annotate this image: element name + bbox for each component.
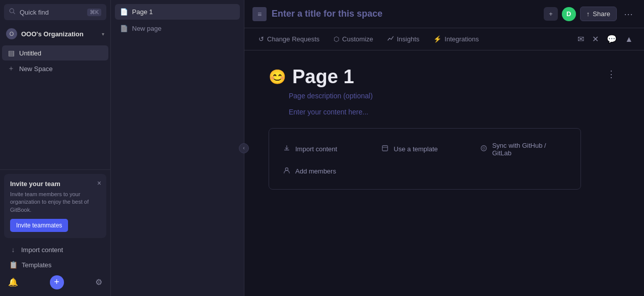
import-icon: ↓ bbox=[9, 246, 17, 254]
action-cards: Import content Use a template bbox=[269, 128, 581, 190]
collapse-sidebar-button[interactable]: ‹ bbox=[239, 143, 249, 153]
tab-customize[interactable]: ⬡ Customize bbox=[328, 32, 379, 46]
sidebar-nav: ▤ Untitled ＋ New Space bbox=[0, 43, 110, 169]
add-members-label: Add members bbox=[295, 167, 336, 175]
sidebar: Quick find ⌘K O OOO's Organization ▾ ▤ U… bbox=[0, 0, 111, 296]
nav-chat-button[interactable]: 💬 bbox=[604, 31, 620, 47]
nav-collapse-button[interactable]: ▲ bbox=[622, 32, 636, 47]
settings-button[interactable]: ⚙ bbox=[92, 274, 105, 290]
tab-label: Integrations bbox=[444, 35, 479, 43]
invite-card: × Invite your team Invite team members t… bbox=[4, 174, 106, 238]
invite-teammates-button[interactable]: Invite teammates bbox=[10, 219, 68, 232]
add-button[interactable]: + bbox=[50, 275, 64, 289]
page-content-input[interactable]: Enter your content here... bbox=[269, 108, 620, 116]
page-item-page1[interactable]: 📄 Page 1 bbox=[115, 4, 240, 20]
sync-github-label: Sync with GitHub / GitLab bbox=[492, 142, 566, 157]
tab-integrations[interactable]: ⚡ Integrations bbox=[427, 32, 485, 46]
integrations-icon: ⚡ bbox=[433, 35, 441, 43]
sidebar-top: Quick find ⌘K bbox=[0, 0, 110, 24]
svg-rect-2 bbox=[382, 146, 388, 151]
invite-card-title: Invite your team bbox=[10, 180, 100, 188]
page-icon: ▤ bbox=[7, 49, 15, 57]
import-label: Import content bbox=[21, 246, 63, 254]
invite-close-button[interactable]: × bbox=[96, 178, 102, 188]
chevron-down-icon: ▾ bbox=[102, 31, 104, 37]
new-page-item[interactable]: 📄 New page bbox=[115, 21, 240, 36]
use-template-label: Use a template bbox=[394, 145, 437, 153]
new-space-label: New Space bbox=[19, 65, 52, 73]
share-label: Share bbox=[593, 10, 610, 18]
svg-point-6 bbox=[285, 168, 288, 170]
add-user-button[interactable]: + bbox=[544, 7, 558, 21]
svg-point-4 bbox=[481, 146, 486, 151]
space-icon: ≡ bbox=[252, 7, 267, 21]
search-icon bbox=[9, 8, 16, 16]
new-page-label: New page bbox=[132, 25, 162, 32]
share-button[interactable]: ↑ Share bbox=[580, 7, 617, 21]
svg-point-5 bbox=[482, 147, 484, 149]
page-item-label: Page 1 bbox=[132, 8, 153, 16]
sidebar-bottom-actions: 🔔 + ⚙ bbox=[4, 272, 106, 292]
org-avatar: O bbox=[6, 28, 17, 39]
tab-insights[interactable]: Insights bbox=[381, 32, 426, 46]
org-name: OOO's Organization bbox=[21, 30, 98, 38]
sidebar-item-import[interactable]: ↓ Import content bbox=[4, 242, 106, 257]
notifications-button[interactable]: 🔔 bbox=[5, 274, 21, 290]
import-content-card[interactable]: Import content bbox=[277, 137, 375, 162]
topbar: ≡ + D ↑ Share ⋯ bbox=[244, 0, 644, 28]
space-title-area: ≡ bbox=[252, 7, 540, 21]
page-content-area: 😊 Page 1 ⋮ Page description (optional) E… bbox=[244, 50, 644, 296]
sync-github-card[interactable]: Sync with GitHub / GitLab bbox=[474, 137, 572, 162]
sidebar-item-templates[interactable]: 📋 Templates bbox=[4, 257, 106, 272]
quick-find-label: Quick find bbox=[20, 9, 49, 16]
page-more-button[interactable]: ⋮ bbox=[603, 67, 620, 82]
svg-line-1 bbox=[14, 13, 15, 14]
page-title-wrap: Page 1 ⋮ bbox=[292, 67, 620, 88]
template-icon bbox=[381, 145, 389, 154]
use-template-card[interactable]: Use a template bbox=[375, 137, 474, 162]
import-icon bbox=[283, 145, 290, 154]
customize-icon: ⬡ bbox=[334, 35, 339, 43]
org-selector[interactable]: O OOO's Organization ▾ bbox=[2, 25, 108, 42]
members-icon bbox=[283, 167, 290, 176]
plus-icon: + bbox=[549, 10, 553, 18]
import-content-label: Import content bbox=[295, 145, 337, 153]
page-emoji[interactable]: 😊 bbox=[269, 69, 286, 85]
insights-icon bbox=[388, 35, 394, 43]
pages-list: 📄 Page 1 📄 New page bbox=[111, 0, 244, 296]
share-icon: ↑ bbox=[587, 10, 590, 18]
templates-label: Templates bbox=[22, 261, 51, 269]
change-requests-icon: ↺ bbox=[259, 35, 264, 43]
page-item-icon: 📄 bbox=[120, 8, 128, 16]
topbar-actions: + D ↑ Share ⋯ bbox=[544, 6, 636, 23]
space-icon-glyph: ≡ bbox=[257, 10, 262, 18]
tab-label: Change Requests bbox=[267, 35, 319, 43]
nav-mail-button[interactable]: ✉ bbox=[574, 31, 587, 47]
new-space-item[interactable]: ＋ New Space bbox=[2, 61, 108, 77]
topbar-more-button[interactable]: ⋯ bbox=[621, 6, 636, 23]
tab-label: Insights bbox=[397, 35, 420, 43]
add-members-card[interactable]: Add members bbox=[277, 162, 375, 181]
page-header: 😊 Page 1 ⋮ bbox=[269, 67, 620, 88]
tab-label: Customize bbox=[342, 35, 373, 43]
github-icon bbox=[480, 145, 487, 154]
keyboard-shortcut: ⌘K bbox=[87, 9, 101, 16]
nav-right-actions: ✉ ✕ 💬 ▲ bbox=[574, 31, 636, 47]
new-page-icon: 📄 bbox=[120, 25, 128, 32]
pages-panel: ‹ 📄 Page 1 📄 New page bbox=[111, 0, 244, 296]
page-description[interactable]: Page description (optional) bbox=[269, 92, 620, 100]
sidebar-bottom: × Invite your team Invite team members t… bbox=[0, 169, 110, 296]
templates-icon: 📋 bbox=[9, 261, 18, 269]
page-title: Page 1 bbox=[292, 67, 354, 88]
user-avatar[interactable]: D bbox=[562, 7, 576, 21]
nav-tabs: ↺ Change Requests ⬡ Customize Insights ⚡… bbox=[244, 28, 644, 50]
main-content: ≡ + D ↑ Share ⋯ ↺ Change Requests bbox=[244, 0, 644, 296]
plus-icon: ＋ bbox=[7, 64, 15, 73]
space-title-input[interactable] bbox=[272, 9, 540, 19]
quick-find-button[interactable]: Quick find ⌘K bbox=[4, 4, 106, 20]
invite-card-text: Invite team members to your organization… bbox=[10, 191, 100, 214]
tab-change-requests[interactable]: ↺ Change Requests bbox=[252, 32, 326, 46]
sidebar-item-label: Untitled bbox=[19, 49, 41, 57]
sidebar-item-untitled[interactable]: ▤ Untitled bbox=[2, 45, 108, 61]
nav-diff-button[interactable]: ✕ bbox=[589, 31, 602, 47]
